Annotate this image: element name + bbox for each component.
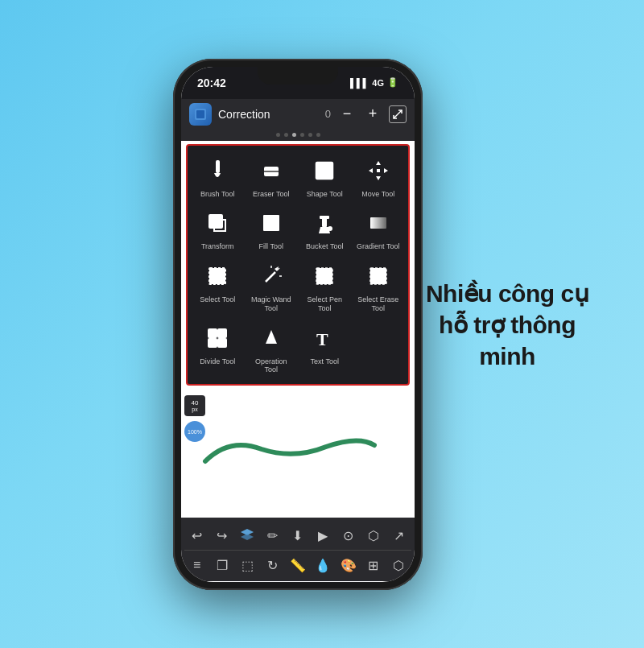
select-all-icon[interactable]: ⬚ <box>237 555 258 576</box>
redo-icon[interactable]: ↪ <box>212 525 233 546</box>
text-tool[interactable]: T Text Tool <box>299 318 349 378</box>
phone-screen: 20:42 ▌▌▌ 4G 🔋 Correction 0 − + <box>181 67 415 582</box>
select-erase-tool-icon <box>363 261 394 291</box>
lasso-icon[interactable]: ⊙ <box>338 525 359 546</box>
operation-tool[interactable]: Operation Tool <box>246 318 296 378</box>
tool-grid: Brush Tool Eraser Tool Shape Tool <box>186 144 410 386</box>
svg-marker-34 <box>266 330 277 344</box>
phone-frame: 20:42 ▌▌▌ 4G 🔋 Correction 0 − + <box>173 59 423 590</box>
brush-tool[interactable]: Brush Tool <box>192 151 242 202</box>
status-icons: ▌▌▌ 4G 🔋 <box>350 77 398 88</box>
bucket-tool-label: Bucket Tool <box>306 242 343 251</box>
expand-button[interactable] <box>389 105 407 123</box>
fill-tool[interactable]: Fill Tool <box>246 203 296 254</box>
play-icon[interactable]: ▶ <box>312 525 333 546</box>
tool-row-4: Divide Tool Operation Tool <box>191 318 405 378</box>
cube-icon[interactable]: ⬡ <box>388 555 409 576</box>
plus-button[interactable]: + <box>363 105 382 124</box>
svg-rect-7 <box>316 163 332 179</box>
signal-bars-icon: ▌▌▌ <box>350 78 369 88</box>
canvas-area[interactable]: 40 px 100% <box>181 389 415 518</box>
svg-point-17 <box>328 226 332 231</box>
tool-row-3: Select Tool Magic Wand To <box>191 256 405 316</box>
svg-rect-25 <box>316 268 332 284</box>
dot-4 <box>300 133 304 137</box>
px-label: px <box>192 407 197 412</box>
copy-icon[interactable]: ❐ <box>212 555 233 576</box>
promo-line2: hỗ trợ thông minh <box>439 311 576 369</box>
svg-marker-10 <box>369 168 373 173</box>
select-erase-tool[interactable]: Select Erase Tool <box>353 256 403 316</box>
svg-marker-37 <box>241 534 254 540</box>
app-header: Correction 0 − + <box>181 99 415 130</box>
promo-line1: Nhiều công cụ <box>426 279 588 306</box>
stack-icon[interactable]: ⊞ <box>363 555 384 576</box>
svg-rect-19 <box>209 268 225 284</box>
svg-rect-32 <box>208 339 217 347</box>
px-button[interactable]: 40 px <box>184 395 205 416</box>
move-tool-label: Move Tool <box>361 190 394 199</box>
toolbar-divider <box>184 550 411 551</box>
dot-2 <box>284 133 288 137</box>
layers-icon[interactable] <box>237 525 258 546</box>
svg-rect-30 <box>208 329 217 337</box>
download-icon[interactable]: ⬇ <box>287 525 308 546</box>
svg-rect-18 <box>370 217 386 229</box>
rotate-icon[interactable]: ↻ <box>262 555 283 576</box>
svg-rect-16 <box>320 216 329 219</box>
gradient-tool-label: Gradient Tool <box>357 242 399 251</box>
magic-wand-tool[interactable]: Magic Wand Tool <box>246 256 296 316</box>
svg-marker-9 <box>376 176 381 180</box>
brush-tool-icon <box>202 155 233 186</box>
dot-5 <box>308 133 312 137</box>
notch <box>258 67 338 85</box>
palette-icon[interactable]: 🎨 <box>338 555 359 576</box>
select-erase-tool-label: Select Erase Tool <box>355 295 402 313</box>
page-dots <box>181 130 415 141</box>
svg-point-27 <box>322 270 325 274</box>
transform-tool[interactable]: Transform <box>192 203 242 254</box>
move-tool[interactable]: Move Tool <box>353 151 403 202</box>
stamp-icon[interactable]: ⬡ <box>363 525 384 546</box>
svg-rect-33 <box>218 339 226 347</box>
undo-icon[interactable]: ↩ <box>187 525 208 546</box>
divide-tool[interactable]: Divide Tool <box>192 318 242 378</box>
operation-tool-icon <box>256 323 287 353</box>
operation-tool-label: Operation Tool <box>248 357 295 375</box>
svg-marker-11 <box>384 168 388 173</box>
svg-rect-4 <box>216 160 220 173</box>
select-pen-tool[interactable]: Select Pen Tool <box>299 256 349 316</box>
text-tool-icon: T <box>309 323 340 353</box>
app-title: Correction <box>218 108 319 121</box>
divide-tool-label: Divide Tool <box>200 357 235 366</box>
eraser-tool-icon <box>256 155 287 186</box>
bucket-tool[interactable]: Bucket Tool <box>299 203 349 254</box>
menu-icon[interactable]: ≡ <box>187 555 208 576</box>
move-tool-icon <box>363 155 394 186</box>
svg-rect-14 <box>263 215 279 231</box>
text-tool-label: Text Tool <box>311 357 339 366</box>
eraser-tool-label: Eraser Tool <box>253 190 289 199</box>
minus-button[interactable]: − <box>337 105 357 124</box>
gradient-tool[interactable]: Gradient Tool <box>353 203 403 254</box>
shape-tool[interactable]: Shape Tool <box>299 151 349 202</box>
battery-icon: 🔋 <box>387 77 398 88</box>
promo-text: Nhiều công cụ hỗ trợ thông minh <box>419 277 596 371</box>
eraser-tool[interactable]: Eraser Tool <box>246 151 296 202</box>
select-pen-tool-icon <box>309 261 340 291</box>
magic-wand-tool-icon <box>256 261 287 291</box>
tool-row-1: Brush Tool Eraser Tool Shape Tool <box>191 151 405 202</box>
svg-rect-31 <box>218 329 226 337</box>
svg-rect-1 <box>196 110 204 118</box>
dot-6 <box>316 133 320 137</box>
bottom-toolbar: ↩ ↪ ✏ ⬇ ▶ ⊙ ⬡ ↗ <box>181 518 415 581</box>
ruler-icon[interactable]: 📏 <box>287 555 308 576</box>
dot-1 <box>276 133 280 137</box>
pen-icon[interactable]: ✏ <box>262 525 283 546</box>
select-tool[interactable]: Select Tool <box>192 256 242 316</box>
app-logo <box>189 103 212 126</box>
transform-tool-label: Transform <box>201 242 234 251</box>
share-icon[interactable]: ↗ <box>388 525 409 546</box>
transform-tool-icon <box>202 208 233 238</box>
eyedropper-icon[interactable]: 💧 <box>312 555 333 576</box>
